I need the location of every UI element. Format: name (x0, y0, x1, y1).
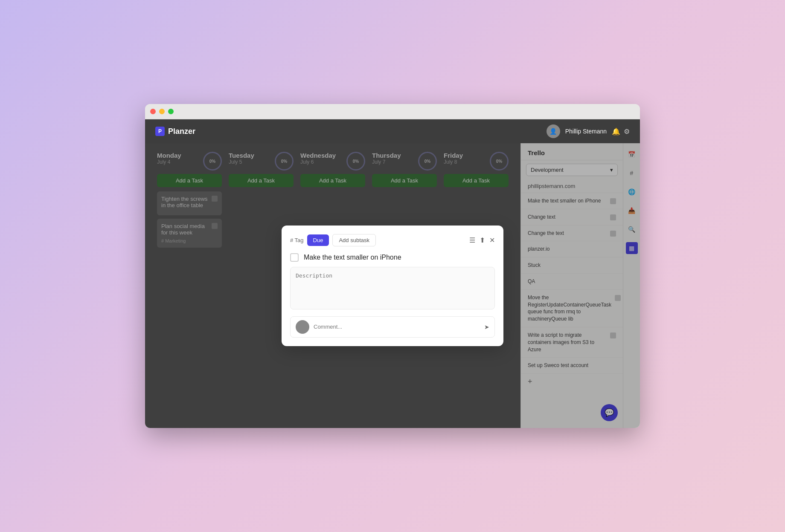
modal-toolbar: # Tag Due Add subtask ☰ ⬆ ✕ (290, 234, 495, 246)
app-window: P Planzer 👤 Phillip Stemann 🔔 ⚙ (145, 104, 640, 428)
list-icon[interactable]: ☰ (469, 236, 475, 244)
app-container: P Planzer 👤 Phillip Stemann 🔔 ⚙ (145, 119, 640, 428)
header-icons: 🔔 ⚙ (612, 127, 630, 136)
maximize-button[interactable] (168, 109, 174, 114)
close-icon[interactable]: ✕ (489, 236, 495, 244)
modal-overlay: # Tag Due Add subtask ☰ ⬆ ✕ (145, 143, 520, 428)
minimize-button[interactable] (159, 109, 165, 114)
add-subtask-button[interactable]: Add subtask (332, 234, 376, 246)
header-right: 👤 Phillip Stemann 🔔 ⚙ (547, 124, 630, 138)
logo-icon: P (155, 127, 165, 136)
comment-avatar (296, 320, 309, 334)
kanban-area: Monday July 4 0% Add a Task Tighten the … (145, 143, 520, 428)
due-button[interactable]: Due (307, 234, 329, 246)
tag-button[interactable]: # Tag (290, 237, 304, 243)
modal-toolbar-left: # Tag Due Add subtask (290, 234, 376, 246)
main-content: Monday July 4 0% Add a Task Tighten the … (145, 143, 640, 428)
modal-toolbar-right: ☰ ⬆ ✕ (469, 236, 495, 244)
logo: P Planzer (155, 127, 195, 136)
close-button[interactable] (150, 109, 156, 114)
modal-task-checkbox[interactable] (290, 253, 299, 262)
share-icon[interactable]: ⬆ (480, 236, 485, 244)
modal-description-input[interactable] (290, 267, 495, 309)
comment-input[interactable] (314, 324, 480, 330)
modal-task-title: Make the text smaller on iPhone (304, 254, 401, 261)
app-name: Planzer (168, 127, 195, 136)
send-icon[interactable]: ➤ (484, 324, 489, 330)
app-header: P Planzer 👤 Phillip Stemann 🔔 ⚙ (145, 119, 640, 143)
modal-task-row: Make the text smaller on iPhone (290, 253, 495, 262)
avatar: 👤 (547, 124, 560, 138)
username: Phillip Stemann (565, 128, 607, 135)
settings-icon[interactable]: ⚙ (624, 127, 630, 136)
notification-icon[interactable]: 🔔 (612, 127, 620, 136)
task-modal: # Tag Due Add subtask ☰ ⬆ ✕ (282, 226, 503, 346)
modal-comment-row: ➤ (290, 316, 495, 338)
titlebar (145, 104, 640, 119)
